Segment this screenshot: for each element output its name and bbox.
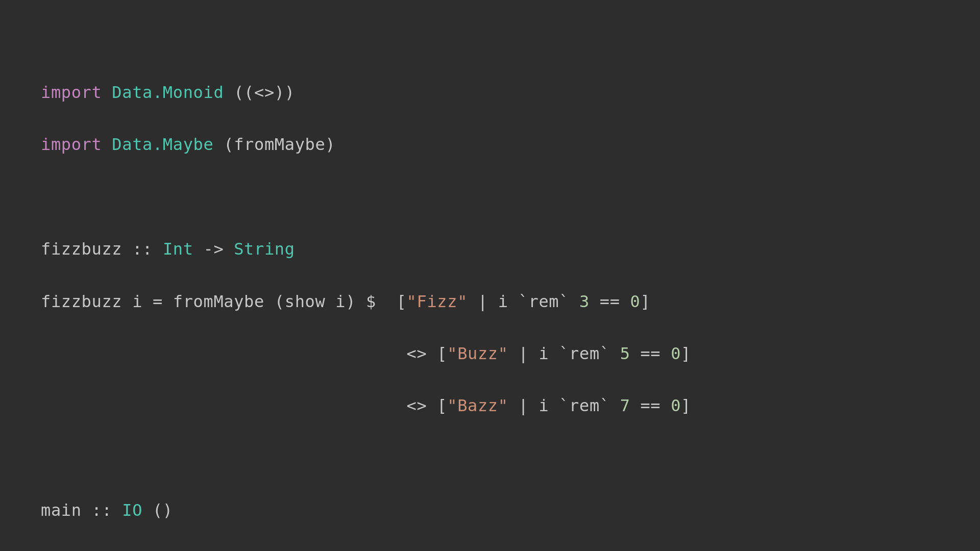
line-def: fizzbuzz i = fromMaybe (show i) $ ["Fizz… (41, 289, 691, 315)
code-block: {-# LANGUAGE MonadComprehensions #-} mod… (41, 0, 691, 551)
line-import-1: import Data.Monoid ((<>)) (41, 80, 691, 106)
line-empty-1 (41, 28, 691, 54)
line-cont1: <> ["Buzz" | i `rem` 5 == 0] (41, 341, 691, 367)
line-main-sig: main :: IO () (41, 497, 691, 523)
line-sig: fizzbuzz :: Int -> String (41, 236, 691, 262)
line-empty-2 (41, 184, 691, 210)
line-empty-3 (41, 445, 691, 471)
line-cont2: <> ["Bazz" | i `rem` 7 == 0] (41, 393, 691, 419)
line-import-2: import Data.Maybe (fromMaybe) (41, 132, 691, 158)
line-module: module Main where (41, 0, 691, 2)
code-container: {-# LANGUAGE MonadComprehensions #-} mod… (0, 0, 980, 551)
